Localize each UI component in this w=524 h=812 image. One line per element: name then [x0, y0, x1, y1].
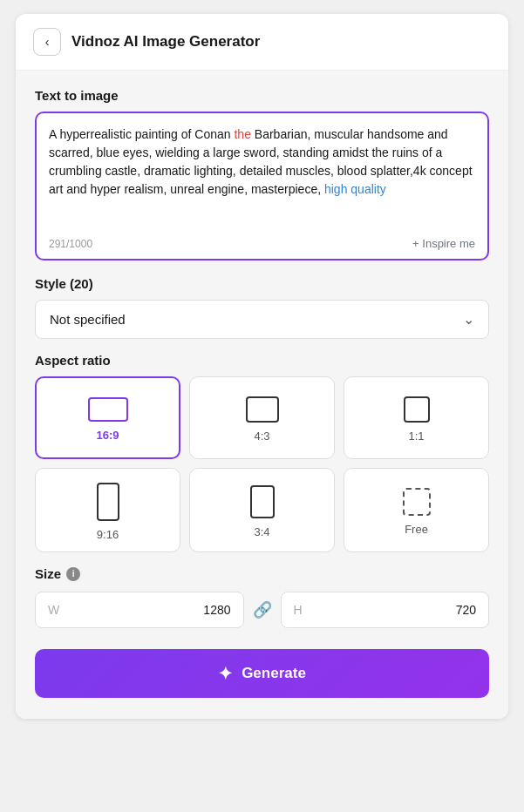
- aspect-label-3-4: 3:4: [254, 525, 269, 538]
- style-dropdown[interactable]: Not specified ⌄: [35, 300, 489, 339]
- width-label: W: [48, 603, 59, 617]
- height-label: H: [294, 603, 303, 617]
- info-icon: i: [66, 567, 80, 581]
- highlight-red: the: [234, 127, 250, 141]
- generate-label: Generate: [242, 665, 306, 682]
- aspect-icon-16-9: [88, 397, 128, 422]
- aspect-ratio-16-9[interactable]: 16:9: [35, 376, 180, 459]
- aspect-ratio-9-16[interactable]: 9:16: [35, 468, 180, 552]
- sparkle-icon: ✦: [218, 663, 233, 684]
- aspect-ratio-grid: 16:9 4:3 1:1: [35, 376, 489, 552]
- link-icon: 🔗: [253, 600, 272, 619]
- aspect-ratio-title: Aspect ratio: [35, 353, 489, 368]
- back-button[interactable]: ‹: [33, 28, 61, 56]
- style-title: Style (20): [35, 276, 489, 291]
- prompt-wrapper: A hyperrealistic painting of Conan the B…: [35, 112, 489, 261]
- page-title: Vidnoz AI Image Generator: [71, 33, 260, 51]
- generate-button[interactable]: ✦ Generate: [35, 649, 489, 698]
- main-content: Text to image A hyperrealistic painting …: [16, 71, 508, 719]
- aspect-icon-9-16: [97, 483, 119, 521]
- text-to-image-title: Text to image: [35, 88, 489, 103]
- textarea-footer: 291/1000 + Inspire me: [49, 237, 475, 250]
- highlight-blue: high quality: [324, 182, 386, 196]
- aspect-icon-4-3: [246, 396, 279, 423]
- char-count: 291/1000: [49, 238, 92, 250]
- width-input-group[interactable]: W 1280: [35, 592, 244, 628]
- header: ‹ Vidnoz AI Image Generator: [16, 14, 508, 71]
- aspect-icon-3-4: [250, 485, 275, 518]
- inspire-button[interactable]: + Inspire me: [412, 237, 475, 250]
- aspect-ratio-section: Aspect ratio 16:9 4:3: [35, 353, 489, 552]
- aspect-ratio-4-3[interactable]: 4:3: [189, 376, 335, 459]
- aspect-icon-free: [403, 488, 431, 516]
- style-selected: Not specified: [50, 312, 126, 327]
- aspect-ratio-1-1[interactable]: 1:1: [344, 376, 489, 459]
- aspect-label-4-3: 4:3: [254, 430, 269, 443]
- aspect-ratio-free[interactable]: Free: [344, 468, 489, 552]
- chevron-down-icon: ⌄: [463, 311, 474, 328]
- aspect-ratio-3-4[interactable]: 3:4: [189, 468, 335, 552]
- width-value: 1280: [66, 603, 230, 617]
- size-title: Size i: [35, 566, 489, 581]
- size-inputs: W 1280 🔗 H 720: [35, 592, 489, 628]
- prompt-display[interactable]: A hyperrealistic painting of Conan the B…: [49, 125, 475, 230]
- back-icon: ‹: [45, 35, 50, 49]
- aspect-label-1-1: 1:1: [408, 430, 424, 443]
- aspect-label-16-9: 16:9: [96, 429, 119, 442]
- size-section: Size i W 1280 🔗 H 720: [35, 566, 489, 628]
- style-section: Style (20) Not specified ⌄: [35, 276, 489, 339]
- height-value: 720: [310, 603, 476, 617]
- aspect-label-free: Free: [405, 523, 428, 536]
- aspect-icon-1-1: [404, 396, 430, 423]
- height-input-group[interactable]: H 720: [281, 592, 490, 628]
- aspect-label-9-16: 9:16: [97, 528, 119, 541]
